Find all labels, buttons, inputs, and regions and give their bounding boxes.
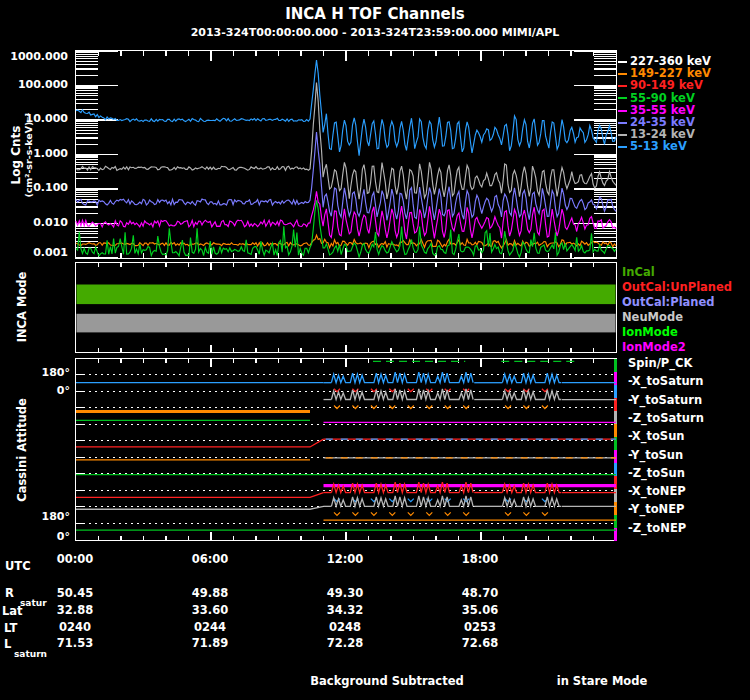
page-title: INCA H TOF Channels xyxy=(0,5,750,23)
table-value: 0244 xyxy=(165,622,255,634)
channel-legend-dash xyxy=(618,134,627,136)
mode-legend-item: NeuMode xyxy=(622,312,683,324)
utc-row-label: UTC xyxy=(5,561,31,573)
table-value: 71.89 xyxy=(165,638,255,650)
inca-mode-axis-label: INCA Mode xyxy=(15,272,29,343)
channel-legend-label: 55-90 keV xyxy=(630,93,695,105)
tof-legend-item: 90-149 keV xyxy=(618,80,703,92)
channel-legend-dash xyxy=(618,146,627,148)
attitude-axes xyxy=(76,359,616,541)
inca-mode-axes xyxy=(76,263,616,352)
attitude-legend-item: Spin/P_CK xyxy=(628,358,692,370)
channel-legend-dash xyxy=(618,97,627,99)
utc-tick-label: 18:00 xyxy=(435,554,525,566)
page-subtitle: 2013-324T00:00:00.000 - 2013-324T23:59:0… xyxy=(0,27,750,38)
table-row-label-L: L xyxy=(4,639,11,651)
attitude-trace-Z_toNEP xyxy=(76,493,616,498)
table-value: 50.45 xyxy=(30,588,120,600)
attitude-axis-label: Cassini Attitude xyxy=(15,398,29,502)
table-value: 72.68 xyxy=(435,638,525,650)
tof-legend-item: 149-227 keV xyxy=(618,68,711,80)
tof-legend-item: 13-24 keV xyxy=(618,129,695,141)
channel-legend-label: 227-360 keV xyxy=(630,56,711,68)
channel-legend-dash xyxy=(618,61,627,63)
channel-legend-label: 24-35 keV xyxy=(630,117,695,129)
channel-legend-label: 149-227 keV xyxy=(630,68,711,80)
tof-legend-item: 227-360 keV xyxy=(618,56,711,68)
mode-legend-item: IonMode xyxy=(622,327,678,339)
table-value: 33.60 xyxy=(165,605,255,617)
table-value: 32.88 xyxy=(30,605,120,617)
mode-legend-item: InCal xyxy=(622,267,655,279)
table-value: 34.32 xyxy=(300,605,390,617)
footer-note-center: Background Subtracted xyxy=(287,676,487,688)
tof-y-tick-label: 0.100 xyxy=(0,182,68,193)
tof-legend-item: 35-55 keV xyxy=(618,105,695,117)
mode-bar-InCal xyxy=(77,285,616,305)
attitude-legend-item: -Z_toNEP xyxy=(628,523,686,535)
attitude-legend-item: -X_toSaturn xyxy=(628,376,703,388)
tof-y-tick-label: 100.000 xyxy=(0,79,68,90)
tof-y-tick-label: 10.000 xyxy=(0,113,68,124)
utc-tick-label: 00:00 xyxy=(30,554,120,566)
tof-chart-panel xyxy=(75,50,617,259)
table-value: 0248 xyxy=(300,622,390,634)
channel-legend-dash xyxy=(618,122,627,124)
tof-y-tick-label: 1000.000 xyxy=(0,51,68,62)
tof-y-tick-label: 0.010 xyxy=(0,217,68,228)
attitude-legend-item: -Z_toSun xyxy=(628,468,685,480)
attitude-legend-item: -Z_toSaturn xyxy=(628,413,704,425)
table-row-label-R: R xyxy=(5,588,14,600)
attitude-legend-item: -X_toSun xyxy=(628,431,685,443)
channel-legend-dash xyxy=(618,73,627,75)
attitude-y-tick-label: 180° xyxy=(25,511,70,522)
tof-y-tick-label: 1.000 xyxy=(0,148,68,159)
mode-legend-item: IonMode2 xyxy=(622,342,686,354)
table-value: 0253 xyxy=(435,622,525,634)
attitude-y-tick-label: 0° xyxy=(25,531,70,542)
channel-legend-label: 35-55 keV xyxy=(630,105,695,117)
table-value: 49.30 xyxy=(300,588,390,600)
channel-legend-label: 13-24 keV xyxy=(630,129,695,141)
attitude-trace-Y_toSun xyxy=(76,439,616,447)
channel-legend-label: 90-149 keV xyxy=(630,80,703,92)
inca-mode-panel xyxy=(75,262,617,353)
plot-page: INCA H TOF Channels 2013-324T00:00:00.00… xyxy=(0,0,750,700)
channel-legend-dash xyxy=(618,85,627,87)
tof-trace-13-24keV xyxy=(76,83,616,200)
attitude-y-tick-label: 0° xyxy=(25,385,70,396)
table-row-label-LT: LT xyxy=(4,623,17,635)
footer-note-right: in Stare Mode xyxy=(542,676,662,688)
table-value: 48.70 xyxy=(435,588,525,600)
attitude-legend-item: -X_toNEP xyxy=(628,486,686,498)
table-row-label-Lat: Lat xyxy=(2,606,23,618)
table-row-sublabel-L: saturn xyxy=(14,650,47,659)
attitude-y-tick-label: 180° xyxy=(25,367,70,378)
utc-tick-label: 12:00 xyxy=(300,554,390,566)
table-value: 49.88 xyxy=(165,588,255,600)
tof-legend-item: 24-35 keV xyxy=(618,117,695,129)
table-value: 35.06 xyxy=(435,605,525,617)
mode-legend-item: OutCal:UnPlaned xyxy=(622,282,732,294)
tof-trace-5-13keV xyxy=(76,60,616,156)
attitude-legend-item: -Y_toSaturn xyxy=(628,395,702,407)
attitude-legend-item: -Y_toNEP xyxy=(628,504,684,516)
attitude-legend-item: -Y_toSun xyxy=(628,450,683,462)
table-value: 0240 xyxy=(30,622,120,634)
tof-axes xyxy=(76,51,616,258)
mode-legend-item: OutCal:Planed xyxy=(622,297,715,309)
table-value: 71.53 xyxy=(30,638,120,650)
attitude-panel xyxy=(75,358,617,541)
mode-bar-NeuMode xyxy=(77,314,616,333)
utc-tick-label: 06:00 xyxy=(165,554,255,566)
tof-y-tick-label: 0.001 xyxy=(0,247,68,258)
table-value: 72.28 xyxy=(300,638,390,650)
tof-legend-item: 5-13 keV xyxy=(618,141,687,153)
channel-legend-dash xyxy=(618,110,627,112)
channel-legend-label: 5-13 keV xyxy=(630,141,687,153)
tof-legend-item: 55-90 keV xyxy=(618,93,695,105)
